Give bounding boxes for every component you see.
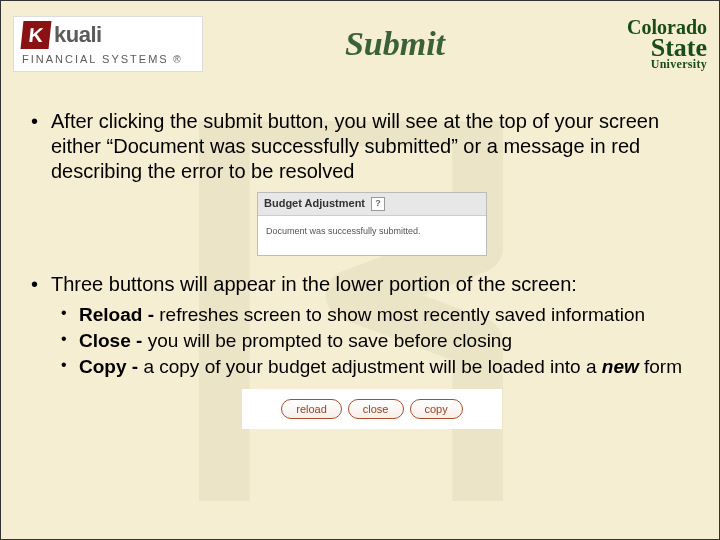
slide-header: K kuali FINANCIAL SYSTEMS ® Submit Color… [1, 1, 719, 79]
slide-content: After clicking the submit button, you wi… [1, 79, 719, 455]
close-sep: - [131, 330, 148, 351]
sub-bullet-copy: Copy - a copy of your budget adjustment … [51, 355, 693, 379]
bullet-1-text: After clicking the submit button, you wi… [51, 110, 659, 182]
copy-button[interactable]: copy [410, 399, 463, 419]
screenshot-message: Document was successfully submitted. [258, 216, 486, 255]
reload-desc: refreshes screen to show most recently s… [159, 304, 645, 325]
copy-sep: - [127, 356, 144, 377]
screenshot-title: Budget Adjustment [264, 197, 365, 211]
csu-line3: University [587, 59, 707, 70]
kuali-subtext: FINANCIAL SYSTEMS [22, 53, 169, 65]
csu-logo: Colorado State University [587, 18, 707, 70]
kuali-k-icon: K [21, 21, 52, 49]
sub-bullet-reload: Reload - refreshes screen to show most r… [51, 303, 693, 327]
copy-desc-new: new [602, 356, 639, 377]
close-desc: you will be prompted to save before clos… [148, 330, 512, 351]
close-label: Close [79, 330, 131, 351]
kuali-brand-text: kuali [54, 22, 102, 48]
reload-sep: - [142, 304, 159, 325]
registered-symbol: ® [173, 54, 180, 65]
copy-label: Copy [79, 356, 127, 377]
copy-desc-b: form [639, 356, 682, 377]
bullet-2: Three buttons will appear in the lower p… [27, 272, 693, 428]
embedded-screenshot: Budget Adjustment ? Document was success… [257, 192, 487, 256]
copy-desc-a: a copy of your budget adjustment will be… [143, 356, 601, 377]
close-button[interactable]: close [348, 399, 404, 419]
slide-title: Submit [203, 25, 587, 63]
button-row-screenshot: reload close copy [242, 389, 502, 429]
reload-button[interactable]: reload [281, 399, 342, 419]
reload-label: Reload [79, 304, 142, 325]
csu-line2: State [587, 36, 707, 59]
bullet-2-text: Three buttons will appear in the lower p… [51, 273, 577, 295]
screenshot-titlebar: Budget Adjustment ? [258, 193, 486, 216]
help-icon: ? [371, 197, 385, 211]
kuali-logo: K kuali FINANCIAL SYSTEMS ® [13, 16, 203, 72]
bullet-1: After clicking the submit button, you wi… [27, 109, 693, 256]
sub-bullet-close: Close - you will be prompted to save bef… [51, 329, 693, 353]
